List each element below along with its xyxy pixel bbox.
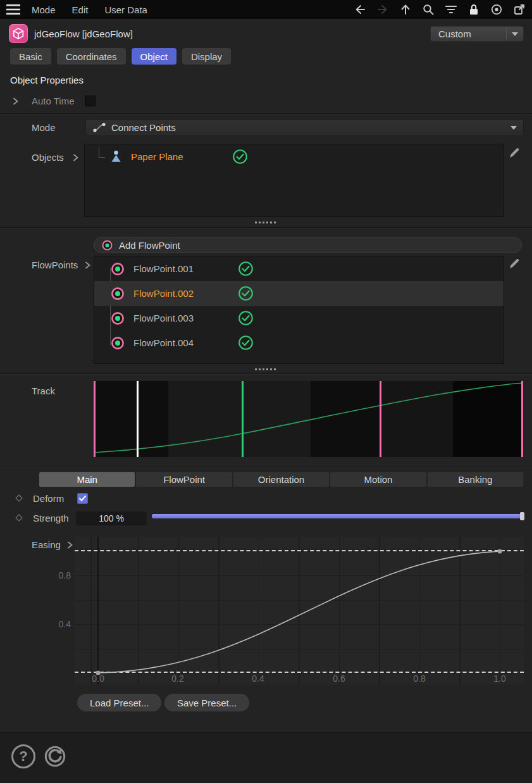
up-icon[interactable]	[399, 3, 412, 16]
tab-object[interactable]: Object	[132, 48, 176, 65]
menu-mode[interactable]: Mode	[32, 4, 56, 15]
track-timeline[interactable]	[94, 381, 523, 457]
easing-y-tick: 0.8	[49, 570, 71, 580]
help-icon[interactable]: ?	[11, 744, 35, 768]
load-preset-button[interactable]: Load Preset...	[77, 694, 161, 711]
flowpoint-icon	[102, 240, 113, 251]
current-time-marker[interactable]	[137, 381, 139, 457]
dropdown-divider	[506, 28, 507, 39]
deform-checkbox[interactable]	[77, 493, 88, 504]
selected-flowpoint-marker[interactable]	[242, 381, 244, 457]
lock-icon[interactable]	[467, 3, 480, 16]
divider	[0, 113, 532, 115]
enabled-check-icon[interactable]	[238, 261, 254, 277]
spline-icon	[92, 122, 106, 133]
deform-label: Deform	[33, 493, 64, 504]
tab-display[interactable]: Display	[182, 48, 231, 65]
object-name[interactable]: Paper Plane	[131, 151, 213, 162]
flowpoint-row-3[interactable]: FlowPoint.003	[94, 306, 504, 330]
divider	[0, 227, 532, 229]
strength-value-field[interactable]: 100 %	[76, 511, 147, 525]
flowpoint-row-2[interactable]: FlowPoint.002	[94, 281, 504, 306]
menu-edit[interactable]: Edit	[72, 4, 89, 15]
flowpoint-marker[interactable]	[380, 381, 381, 457]
subtab-main[interactable]: Main	[39, 472, 135, 487]
objects-listbox[interactable]: Paper Plane	[84, 144, 504, 217]
tab-bar: Basic Coordinates Object Display	[10, 48, 231, 65]
attribute-manager-panel: Mode Edit User Data	[0, 0, 532, 783]
easing-curve[interactable]	[75, 537, 524, 685]
reset-icon[interactable]	[43, 744, 67, 768]
tree-branch	[99, 147, 105, 158]
add-flowpoint-button[interactable]: Add FlowPoint	[94, 237, 522, 253]
enabled-check-icon[interactable]	[238, 310, 254, 326]
filter-icon[interactable]	[445, 3, 457, 16]
preset-dropdown-value: Custom	[438, 28, 506, 39]
keyframe-diamond-icon[interactable]	[15, 494, 22, 501]
flowpoint-row-4[interactable]: FlowPoint.004	[94, 330, 504, 355]
pick-eyedropper-icon[interactable]	[509, 147, 521, 159]
flowpoint-name[interactable]: FlowPoint.003	[133, 313, 225, 323]
easing-x-tick: 0.8	[407, 673, 432, 684]
subtab-flowpoint[interactable]: FlowPoint	[136, 472, 232, 487]
divider	[0, 466, 532, 467]
tab-basic[interactable]: Basic	[10, 48, 51, 65]
add-flowpoint-label: Add FlowPoint	[119, 240, 180, 251]
auto-time-label: Auto Time	[32, 96, 75, 106]
tab-coordinates[interactable]: Coordinates	[57, 48, 126, 65]
flowpoint-row-1[interactable]: FlowPoint.001	[94, 256, 504, 281]
enabled-check-icon[interactable]	[238, 335, 254, 351]
easing-x-tick: 0.2	[165, 673, 190, 684]
flowpoint-icon	[111, 262, 125, 276]
flowpoints-resize-grip[interactable]	[0, 366, 532, 372]
chevron-right-icon[interactable]	[66, 541, 73, 549]
save-preset-button[interactable]: Save Preset...	[164, 694, 249, 711]
flowpoint-name[interactable]: FlowPoint.004	[133, 337, 225, 348]
flowpoint-name[interactable]: FlowPoint.001	[133, 263, 225, 274]
chevron-right-icon[interactable]	[84, 261, 91, 269]
mode-dropdown[interactable]: Connect Points	[85, 119, 524, 136]
subtab-orientation[interactable]: Orientation	[233, 472, 329, 487]
strength-slider[interactable]	[152, 514, 524, 518]
subtab-bar: Main FlowPoint Orientation Motion Bankin…	[39, 472, 523, 487]
target-icon[interactable]	[490, 3, 503, 16]
flowpoint-marker[interactable]	[94, 381, 96, 457]
grip-dots	[255, 222, 278, 223]
pick-eyedropper-icon[interactable]	[509, 258, 521, 270]
chevron-down-icon	[512, 32, 518, 36]
flowpoints-listbox[interactable]: FlowPoint.001 FlowPoint.002 FlowPoint.00…	[94, 256, 504, 364]
hamburger-menu-icon[interactable]	[6, 4, 20, 15]
back-icon[interactable]	[354, 3, 366, 16]
strength-slider-handle[interactable]	[520, 512, 524, 520]
menubar-icons	[354, 3, 526, 16]
menubar: Mode Edit User Data	[0, 0, 532, 19]
enabled-check-icon[interactable]	[232, 149, 248, 165]
object-row-paper-plane[interactable]: Paper Plane	[85, 144, 504, 168]
footer-bar: ?	[0, 732, 532, 783]
easing-x-tick: 0.0	[85, 673, 111, 684]
objects-resize-grip[interactable]	[0, 220, 532, 225]
mode-label: Mode	[32, 122, 56, 133]
chevron-right-icon[interactable]	[72, 154, 79, 161]
preset-dropdown[interactable]: Custom	[430, 26, 524, 42]
forward-icon[interactable]	[376, 3, 389, 16]
flowpoint-marker[interactable]	[521, 381, 523, 457]
auto-time-checkbox[interactable]	[85, 96, 96, 106]
flowpoint-name[interactable]: FlowPoint.002	[133, 288, 225, 299]
flowpoint-icon	[111, 311, 125, 325]
external-link-icon[interactable]	[513, 3, 526, 16]
subtab-banking[interactable]: Banking	[428, 472, 523, 487]
cube-icon	[11, 27, 25, 41]
enabled-check-icon[interactable]	[238, 285, 254, 301]
subtab-motion[interactable]: Motion	[330, 472, 426, 487]
figure-object-icon	[109, 149, 123, 164]
chevron-right-icon[interactable]	[12, 97, 19, 105]
objects-label: Objects	[32, 152, 64, 163]
search-icon[interactable]	[422, 3, 435, 16]
track-label: Track	[32, 385, 55, 396]
keyframe-diamond-icon[interactable]	[15, 514, 22, 521]
menu-user-data[interactable]: User Data	[104, 4, 147, 15]
easing-curve-editor[interactable]: 0.8 0.4 0.0 0.2 0.4 0.6 0.8 1.0	[75, 537, 524, 685]
divider	[0, 373, 532, 375]
flowpoint-icon	[111, 287, 125, 301]
